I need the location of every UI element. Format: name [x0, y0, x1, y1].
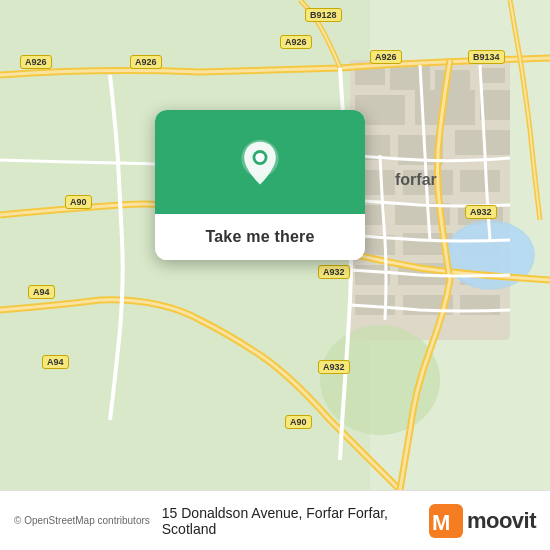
moovit-logo: M moovit	[429, 504, 536, 538]
svg-rect-16	[460, 170, 500, 192]
svg-text:M: M	[432, 510, 450, 535]
map-container: forfar B9128 A926 A926 A926 A926 B9134 A…	[0, 0, 550, 490]
svg-text:forfar: forfar	[395, 171, 437, 188]
popup-card: Take me there	[155, 110, 365, 260]
moovit-text: moovit	[467, 508, 536, 534]
road-label-a926-tl: A926	[20, 55, 52, 69]
svg-rect-7	[480, 68, 505, 83]
road-label-a932-fb: A932	[318, 360, 350, 374]
road-label-a94-bl2: A94	[42, 355, 69, 369]
map-attribution: © OpenStreetMap contributors	[14, 515, 150, 526]
popup-header	[155, 110, 365, 214]
road-label-b9128: B9128	[305, 8, 342, 22]
road-label-a932-mid: A932	[465, 205, 497, 219]
take-me-there-button[interactable]: Take me there	[155, 214, 365, 260]
svg-point-35	[255, 153, 264, 162]
road-label-a926-tr: A926	[280, 35, 312, 49]
road-label-b9134: B9134	[468, 50, 505, 64]
svg-rect-5	[390, 65, 430, 90]
road-label-a90-mid: A90	[65, 195, 92, 209]
svg-rect-6	[435, 70, 470, 90]
road-label-a90-bot: A90	[285, 415, 312, 429]
moovit-icon: M	[429, 504, 463, 538]
location-pin-icon	[236, 138, 284, 192]
bottom-bar: © OpenStreetMap contributors 15 Donaldso…	[0, 490, 550, 550]
road-label-a926-fr: A926	[370, 50, 402, 64]
address-label: 15 Donaldson Avenue, Forfar Forfar, Scot…	[162, 505, 429, 537]
road-label-a94-bl: A94	[28, 285, 55, 299]
svg-rect-10	[480, 90, 510, 120]
road-label-a932-bot: A932	[318, 265, 350, 279]
road-label-a926-tm: A926	[130, 55, 162, 69]
